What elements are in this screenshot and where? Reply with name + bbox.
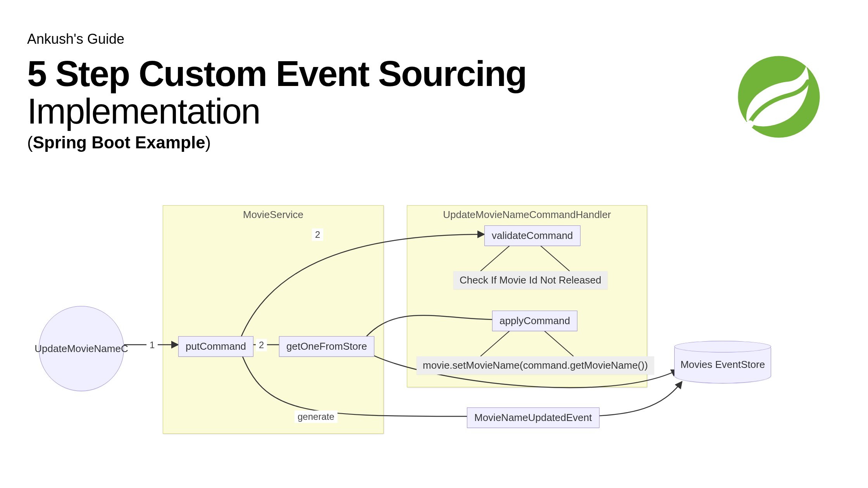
header-block: Ankush's Guide 5 Step Custom Event Sourc… (27, 31, 526, 152)
node-validate-label: validateCommand (492, 230, 573, 242)
group-title-handler: UpdateMovieNameCommandHandler (407, 209, 647, 221)
group-title-movie-service: MovieService (163, 209, 383, 221)
group-movie-service: MovieService (163, 205, 384, 434)
node-start-circle: UpdateMovieNameC (39, 306, 124, 391)
node-event-label: MovieNameUpdatedEvent (474, 412, 592, 424)
node-start-label: UpdateMovieNameC (34, 343, 128, 355)
title-light: Implementation (27, 93, 526, 130)
node-check-label: Check If Movie Id Not Released (460, 274, 601, 286)
node-apply-label: applyCommand (499, 315, 570, 327)
diagram-canvas: MovieService UpdateMovieNameCommandHandl… (23, 205, 837, 469)
node-put-command-label: putCommand (186, 340, 246, 352)
subtitle-close: ) (205, 133, 211, 152)
node-set-name: movie.setMovieName(command.getMovieName(… (417, 356, 654, 375)
guide-label: Ankush's Guide (27, 31, 526, 47)
edge-label-2b: 2 (256, 339, 267, 351)
edge-label-1: 1 (146, 339, 158, 351)
node-store-label: Movies EventStore (680, 359, 765, 371)
node-apply: applyCommand (492, 311, 577, 331)
node-store-cylinder: Movies EventStore (674, 341, 771, 383)
node-get-one: getOneFromStore (279, 336, 374, 357)
edge-label-generate: generate (294, 411, 338, 423)
spring-logo-icon (736, 54, 822, 139)
subtitle-bold: Spring Boot Example (33, 133, 205, 152)
subtitle: (Spring Boot Example) (27, 133, 526, 152)
node-put-command: putCommand (178, 336, 253, 357)
node-check-text: Check If Movie Id Not Released (453, 271, 608, 289)
edge-label-2a: 2 (312, 229, 323, 241)
node-set-name-label: movie.setMovieName(command.getMovieName(… (423, 359, 648, 371)
subtitle-open: ( (27, 133, 33, 152)
node-validate: validateCommand (484, 225, 580, 246)
title-bold: 5 Step Custom Event Sourcing (27, 55, 526, 93)
svg-point-1 (746, 120, 754, 128)
node-event: MovieNameUpdatedEvent (467, 407, 599, 428)
node-get-one-label: getOneFromStore (286, 340, 367, 352)
